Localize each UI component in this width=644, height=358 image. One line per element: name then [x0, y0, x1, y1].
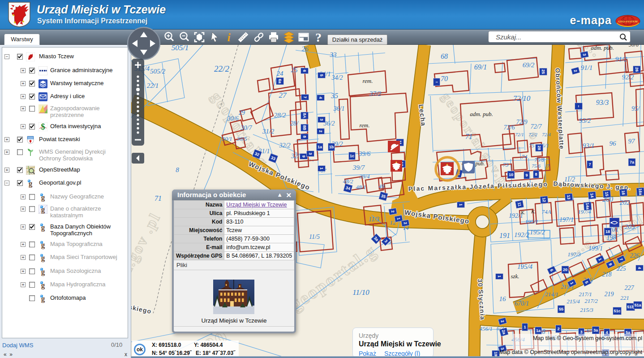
svg-text:39/6: 39/6: [358, 150, 371, 157]
svg-text:22/2: 22/2: [214, 64, 229, 73]
svg-text:i: i: [227, 31, 231, 43]
svg-text:rem.: rem.: [363, 78, 373, 84]
svg-text:8B: 8B: [302, 125, 307, 130]
svg-text:26: 26: [635, 67, 639, 72]
svg-text:32/: 32/: [291, 153, 300, 160]
svg-text:11/10: 11/10: [352, 288, 369, 297]
svg-text:51b: 51b: [627, 305, 634, 309]
svg-text:szk.: szk.: [511, 273, 519, 280]
svg-text:adm. pub.: adm. pub.: [470, 111, 493, 117]
svg-text:28: 28: [537, 146, 541, 150]
svg-text:9: 9: [525, 173, 528, 177]
svg-text:7: 7: [588, 162, 591, 167]
svg-text:$: $: [41, 122, 45, 131]
svg-text:32/2: 32/2: [279, 142, 291, 149]
svg-text:14a: 14a: [585, 203, 590, 210]
svg-text:69/1: 69/1: [474, 63, 487, 71]
svg-text:1: 1: [459, 203, 463, 206]
svg-text:93/3: 93/3: [596, 99, 609, 106]
svg-text:34/2: 34/2: [331, 74, 343, 81]
svg-text:215/3: 215/3: [580, 306, 593, 313]
svg-text:72/7: 72/7: [531, 123, 542, 130]
svg-text:48/1: 48/1: [356, 184, 366, 190]
svg-text:93/2: 93/2: [579, 117, 591, 124]
svg-text:39/7: 39/7: [352, 164, 365, 171]
svg-text:3: 3: [580, 330, 582, 334]
svg-text:456/1: 456/1: [479, 325, 493, 332]
svg-text:25: 25: [541, 69, 545, 74]
svg-text:8: 8: [302, 135, 307, 138]
svg-text:1: 1: [497, 275, 502, 277]
svg-text:72/6: 72/6: [504, 124, 515, 131]
svg-text:197/1: 197/1: [559, 216, 574, 223]
svg-text:71: 71: [465, 133, 472, 140]
svg-text:71: 71: [155, 194, 162, 202]
svg-text:8A: 8A: [302, 113, 307, 118]
svg-text:13: 13: [566, 195, 571, 200]
svg-text:16: 16: [499, 295, 507, 302]
svg-text:pub.: pub.: [475, 160, 485, 167]
svg-text:1: 1: [524, 325, 526, 329]
svg-text:3: 3: [319, 118, 324, 121]
svg-text:219: 219: [605, 291, 614, 298]
svg-text:22/1: 22/1: [147, 82, 159, 89]
svg-text:96: 96: [610, 140, 617, 147]
svg-text:225: 225: [617, 265, 626, 272]
svg-text:218: 218: [602, 271, 612, 278]
svg-text:3: 3: [308, 152, 313, 155]
svg-text:51c: 51c: [614, 309, 620, 313]
svg-text:670/1: 670/1: [515, 300, 529, 307]
svg-text:48/2: 48/2: [343, 178, 353, 185]
svg-text:91/1: 91/1: [581, 64, 593, 71]
svg-text:215/4: 215/4: [567, 298, 580, 305]
svg-text:217/2: 217/2: [584, 298, 598, 304]
svg-text:25: 25: [291, 66, 298, 73]
svg-text:505/2: 505/2: [150, 68, 166, 75]
svg-text:35: 35: [331, 92, 338, 99]
svg-text:69/2: 69/2: [523, 61, 535, 69]
svg-text:15: 15: [604, 192, 609, 197]
svg-text:11/3: 11/3: [369, 216, 379, 223]
svg-text:1b: 1b: [329, 145, 334, 149]
svg-text:214/1: 214/1: [545, 291, 558, 298]
svg-text:4: 4: [637, 267, 642, 269]
svg-text:30/6: 30/6: [628, 45, 638, 48]
svg-text:28/: 28/: [290, 120, 299, 127]
svg-text:49: 49: [379, 183, 385, 190]
svg-text:GEO-SYSTEM: GEO-SYSTEM: [618, 20, 637, 23]
svg-text:197/3: 197/3: [567, 251, 581, 258]
svg-text:70: 70: [441, 75, 448, 82]
svg-text:6a: 6a: [278, 79, 282, 84]
svg-text:6: 6: [302, 69, 307, 72]
svg-text:30/5: 30/5: [236, 135, 247, 142]
svg-text:Map tiles © Geo-System geo-sys: Map tiles © Geo-System geo-system.com.pl: [533, 335, 642, 341]
svg-text:19: 19: [494, 352, 498, 356]
svg-text:72/9: 72/9: [516, 119, 528, 125]
svg-text:4: 4: [318, 96, 323, 99]
svg-text:72/4: 72/4: [542, 132, 551, 137]
svg-text:72/1: 72/1: [515, 132, 524, 137]
svg-text:1a: 1a: [318, 145, 322, 149]
svg-text:226: 226: [630, 252, 640, 259]
svg-text:8: 8: [176, 166, 179, 173]
svg-text:7: 7: [303, 96, 307, 98]
svg-text:16: 16: [621, 190, 626, 195]
svg-text:74A: 74A: [542, 208, 551, 215]
svg-text:27: 27: [279, 91, 288, 99]
svg-text:199/1: 199/1: [588, 245, 603, 252]
svg-text:2: 2: [557, 327, 559, 331]
svg-text:K.: K.: [531, 209, 536, 214]
svg-text:−: −: [435, 80, 438, 84]
svg-text:?: ?: [315, 31, 322, 43]
svg-text:195/2: 195/2: [530, 229, 545, 236]
svg-text:K.: K.: [520, 210, 525, 215]
svg-text:31/2: 31/2: [262, 128, 275, 135]
svg-text:72/10: 72/10: [513, 94, 531, 103]
svg-text:1: 1: [319, 167, 324, 169]
svg-text:8: 8: [535, 172, 537, 177]
svg-text:28/2: 28/2: [274, 112, 286, 119]
svg-text:11: 11: [517, 202, 522, 207]
svg-text:10: 10: [509, 173, 513, 177]
svg-text:5: 5: [319, 74, 324, 76]
svg-text:7a: 7a: [630, 160, 635, 164]
